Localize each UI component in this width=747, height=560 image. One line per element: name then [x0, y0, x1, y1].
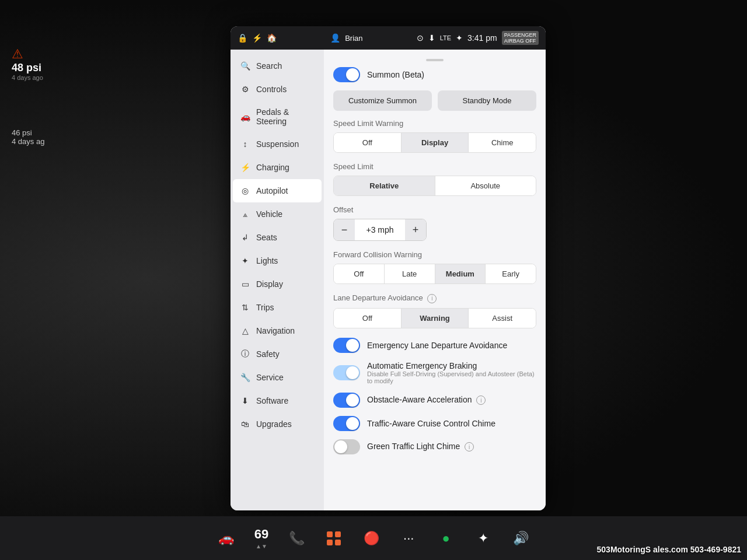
- summon-toggle[interactable]: [333, 67, 360, 82]
- sidebar-item-autopilot[interactable]: ◎ Autopilot: [233, 179, 322, 202]
- speed-limit-absolute-btn[interactable]: Absolute: [435, 176, 536, 195]
- sidebar-item-display[interactable]: ▭ Display: [231, 272, 324, 296]
- fcw-off-btn[interactable]: Off: [334, 264, 385, 284]
- lane-departure-section: Lane Departure Avoidance i Off Warning A…: [333, 293, 536, 328]
- watermark: 503MotoringS ales.com 503-469-9821: [597, 545, 741, 554]
- sidebar-item-seats[interactable]: ↲ Seats: [231, 226, 324, 249]
- obstacle-toggle[interactable]: [333, 393, 360, 408]
- sidebar-item-upgrades[interactable]: 🛍 Upgrades: [231, 412, 324, 436]
- taskbar-spotify[interactable]: ●: [437, 529, 455, 548]
- tacc-toggle[interactable]: [333, 416, 360, 431]
- offset-plus-btn[interactable]: +: [405, 219, 426, 240]
- tire-pressure-rear: 46 psi 4 days ag: [12, 128, 44, 146]
- sidebar-item-software[interactable]: ⬇ Software: [231, 389, 324, 412]
- pedals-icon: 🚗: [240, 111, 250, 122]
- instrument-cluster: ⚠ 48 psi 4 days ago 46 psi 4 days ag: [0, 0, 222, 560]
- charge-icon: ⚡: [252, 33, 262, 43]
- sidebar: 🔍 Search ⚙ Controls 🚗 Pedals & Steering …: [231, 50, 324, 510]
- aeb-sublabel: Disable Full Self-Driving (Supervised) a…: [367, 370, 536, 384]
- sidebar-item-service[interactable]: 🔧 Service: [231, 366, 324, 389]
- sidebar-item-navigation[interactable]: △ Navigation: [231, 319, 324, 342]
- lda-assist-btn[interactable]: Assist: [469, 309, 536, 328]
- seats-icon: ↲: [240, 232, 250, 243]
- navigation-icon: △: [240, 326, 250, 336]
- sidebar-item-charging[interactable]: ⚡ Charging: [231, 156, 324, 179]
- grid-icon: [324, 529, 343, 548]
- tacc-row: Traffic-Aware Cruise Control Chime: [333, 416, 536, 431]
- lda-off-btn[interactable]: Off: [334, 309, 402, 328]
- sidebar-item-controls[interactable]: ⚙ Controls: [231, 78, 324, 101]
- taskbar-grid[interactable]: [324, 529, 343, 548]
- gtlc-info-icon[interactable]: i: [465, 442, 474, 452]
- aeb-toggle-knob: [346, 366, 359, 379]
- sidebar-label-service: Service: [256, 373, 284, 382]
- passenger-badge: PASSENGERAIRBAG OFF: [502, 31, 539, 45]
- user-icon: 👤: [330, 33, 340, 43]
- summon-toggle-knob: [346, 68, 359, 81]
- car-icon: 🚗: [217, 529, 236, 548]
- sidebar-item-suspension[interactable]: ↕ Suspension: [231, 132, 324, 156]
- offset-value: +3 mph: [355, 225, 405, 235]
- sidebar-item-safety[interactable]: ⓘ Safety: [231, 342, 324, 366]
- taskbar-car[interactable]: 🚗: [217, 529, 236, 548]
- summon-label: Summon (Beta): [367, 70, 424, 79]
- time-display: 3:41 pm: [467, 33, 497, 43]
- fcw-medium-btn[interactable]: Medium: [435, 264, 486, 284]
- display-icon: ▭: [240, 279, 250, 289]
- speed-limit-warning-group: Off Display Chime: [333, 132, 536, 153]
- taskbar-bluetooth[interactable]: ✦: [474, 529, 493, 548]
- taskbar-volume[interactable]: 🔊: [511, 529, 530, 548]
- speed-arrows: ▲▼: [256, 543, 267, 550]
- speed-display: 69: [254, 527, 268, 542]
- sidebar-item-vehicle[interactable]: ⟁ Vehicle: [231, 202, 324, 226]
- controls-icon: ⚙: [240, 84, 250, 94]
- sidebar-label-upgrades: Upgrades: [256, 419, 292, 429]
- sidebar-label-charging: Charging: [256, 163, 289, 172]
- gtlc-toggle[interactable]: [333, 439, 360, 454]
- aeb-toggle[interactable]: [333, 365, 360, 380]
- tacc-toggle-knob: [346, 417, 359, 430]
- status-bar-left: 🔒 ⚡ 🏠: [238, 33, 277, 43]
- obstacle-row: Obstacle-Aware Acceleration i: [333, 393, 536, 408]
- gtlc-row: Green Traffic Light Chime i: [333, 439, 536, 454]
- taskbar-dots[interactable]: ···: [399, 529, 418, 548]
- fcw-late-btn[interactable]: Late: [385, 264, 435, 284]
- download-icon: ⬇: [428, 33, 435, 43]
- speed-limit-display-btn[interactable]: Display: [402, 133, 469, 152]
- sidebar-label-pedals: Pedals & Steering: [256, 107, 315, 126]
- offset-minus-btn[interactable]: −: [334, 219, 355, 240]
- taskbar-phone[interactable]: 📞: [287, 529, 306, 548]
- lane-departure-info-icon[interactable]: i: [427, 294, 437, 303]
- customize-summon-button[interactable]: Customize Summon: [333, 90, 432, 111]
- gtlc-label: Green Traffic Light Chime i: [367, 442, 474, 452]
- svg-rect-2: [327, 540, 333, 545]
- speed-limit-group: Relative Absolute: [333, 176, 536, 196]
- sidebar-item-trips[interactable]: ⇅ Trips: [231, 296, 324, 319]
- emergency-lane-toggle[interactable]: [333, 338, 360, 353]
- sidebar-item-search[interactable]: 🔍 Search: [231, 54, 324, 78]
- emergency-lane-label: Emergency Lane Departure Avoidance: [367, 341, 507, 350]
- aeb-label: Automatic Emergency Braking: [367, 361, 536, 370]
- sidebar-item-lights[interactable]: ✦ Lights: [231, 249, 324, 272]
- taskbar-speed[interactable]: 69 ▲▼: [254, 527, 268, 550]
- lda-warning-btn[interactable]: Warning: [402, 309, 469, 328]
- sidebar-item-pedals[interactable]: 🚗 Pedals & Steering: [231, 101, 324, 132]
- obstacle-info-icon[interactable]: i: [476, 396, 486, 405]
- speed-limit-chime-btn[interactable]: Chime: [469, 133, 536, 152]
- phone-icon: 📞: [287, 529, 306, 548]
- user-name: Brian: [345, 34, 362, 43]
- sidebar-label-display: Display: [256, 279, 283, 289]
- speed-limit-relative-btn[interactable]: Relative: [334, 176, 435, 195]
- fcw-early-btn[interactable]: Early: [486, 264, 536, 284]
- safety-icon: ⓘ: [240, 349, 250, 359]
- sidebar-label-controls: Controls: [256, 85, 287, 94]
- vehicle-icon: ⟁: [240, 209, 250, 219]
- lights-icon: ✦: [240, 256, 250, 266]
- standby-mode-button[interactable]: Standby Mode: [438, 90, 536, 111]
- taskbar-camera[interactable]: 🔴: [362, 529, 381, 548]
- speed-limit-off-btn[interactable]: Off: [334, 133, 402, 152]
- sidebar-label-seats: Seats: [256, 233, 277, 242]
- sidebar-label-search: Search: [256, 61, 282, 71]
- lane-departure-label: Lane Departure Avoidance i: [333, 293, 536, 303]
- sidebar-label-autopilot: Autopilot: [256, 186, 288, 195]
